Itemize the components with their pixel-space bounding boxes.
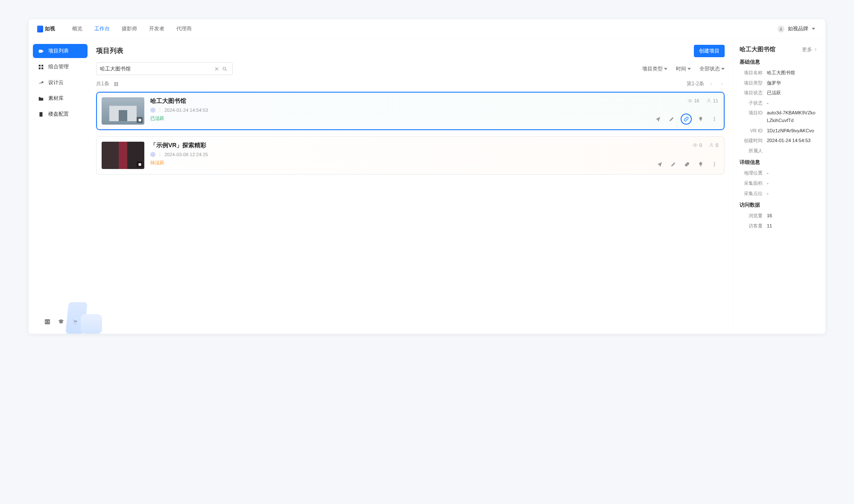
avatar-icon (778, 26, 784, 32)
filter-time[interactable]: 时间 (676, 65, 691, 73)
link-icon[interactable] (681, 114, 692, 125)
project-title: 哈工大图书馆 (150, 97, 719, 105)
main-header: 项目列表 创建项目 (96, 42, 733, 62)
card-body: 「示例VR」探索精彩 2024-03-08 12:24:25 待活跃 (150, 142, 719, 169)
vr-badge-icon (137, 161, 143, 167)
kv-row: 访客量11 (740, 222, 818, 230)
sidebar-item-projects[interactable]: 项目列表 (33, 44, 88, 58)
svg-point-28 (714, 163, 715, 163)
project-stats: 16 11 (687, 98, 719, 103)
sidebar-item-estate[interactable]: 楼盘配置 (33, 107, 88, 121)
svg-rect-10 (41, 114, 42, 114)
vr-dot-icon (150, 108, 155, 113)
filter-type[interactable]: 项目类型 (642, 65, 667, 73)
link-icon[interactable] (682, 160, 692, 169)
filter-group: 项目类型 时间 全部状态 (642, 65, 725, 73)
basic-info-rows: 项目名称哈工大图书馆 项目类型伽罗华 项目状态已活跃 子状态- 项目IDauto… (740, 69, 818, 154)
bulb-icon[interactable] (696, 114, 705, 124)
create-project-button[interactable]: 创建项目 (694, 45, 725, 57)
user-menu[interactable]: 如视品牌 (778, 25, 815, 32)
brand-icon (37, 26, 43, 32)
svg-rect-3 (41, 64, 43, 66)
kv-row: 采集面积- (740, 180, 818, 187)
section-title-detail: 详细信息 (740, 159, 818, 166)
more-icon[interactable] (710, 114, 719, 124)
svg-rect-18 (116, 84, 118, 86)
nav-agent[interactable]: 代理商 (176, 25, 192, 32)
code-icon[interactable] (44, 318, 51, 325)
project-card[interactable]: 哈工大图书馆 2024-01-24 14:54:53 已活跃 16 11 (96, 92, 725, 130)
more-link[interactable]: 更多 (802, 46, 818, 53)
list-meta-row: 共1条 第1-2条 (96, 79, 733, 92)
kv-row: 项目IDauto3d-7KBAMK9VZkoLZkihCuvfTd (740, 109, 818, 124)
edit-icon[interactable] (669, 160, 678, 169)
page-title: 项目列表 (96, 47, 123, 55)
svg-rect-2 (39, 64, 41, 66)
svg-point-14 (223, 67, 226, 70)
status-badge: 已活跃 (150, 115, 719, 122)
svg-point-20 (689, 100, 690, 102)
svg-rect-19 (138, 119, 141, 121)
kv-row: 地理位置- (740, 169, 818, 177)
sidebar-item-label: 组合管理 (48, 63, 69, 70)
svg-point-23 (714, 119, 715, 119)
sidebar-item-design[interactable]: 设计云 (33, 76, 88, 90)
sidebar-item-label: 楼盘配置 (48, 111, 69, 118)
cart-icon[interactable] (71, 318, 78, 325)
sidebar-item-assets[interactable]: 素材库 (33, 91, 88, 105)
grid-view-icon[interactable] (114, 82, 119, 87)
project-card[interactable]: 「示例VR」探索精彩 2024-03-08 12:24:25 待活跃 0 0 (96, 136, 725, 175)
sidebar: 项目列表 组合管理 设计云 素材库 楼盘配置 (29, 39, 92, 334)
section-title-basic: 基础信息 (740, 58, 818, 66)
chevron-down-icon (664, 68, 667, 70)
sidebar-item-label: 项目列表 (48, 47, 69, 55)
kv-row: 子状态- (740, 99, 818, 107)
pager-next[interactable] (719, 81, 725, 87)
edit-icon[interactable] (667, 114, 676, 124)
share-icon[interactable] (655, 160, 664, 169)
visitors-stat: 11 (706, 98, 718, 103)
vr-badge-icon (137, 117, 143, 123)
svg-rect-9 (40, 114, 41, 114)
nav-workspace[interactable]: 工作台 (94, 25, 110, 32)
nav-overview[interactable]: 概览 (72, 25, 82, 32)
folder-icon (38, 96, 44, 102)
kv-row: 项目状态已活跃 (740, 89, 818, 97)
svg-rect-17 (114, 84, 116, 86)
svg-rect-4 (39, 67, 41, 69)
kv-row: 浏览量16 (740, 212, 818, 220)
chevron-down-icon (687, 68, 691, 70)
brand-logo[interactable]: 如视 (37, 25, 55, 32)
detail-info-rows: 地理位置- 采集面积- 采集点位- (740, 169, 818, 197)
top-nav: 概览 工作台 摄影师 开发者 代理商 (72, 25, 192, 32)
project-title: 「示例VR」探索精彩 (150, 142, 719, 149)
nav-developer[interactable]: 开发者 (149, 25, 164, 32)
pager-prev[interactable] (708, 81, 714, 87)
sidebar-footer (33, 315, 88, 329)
svg-point-26 (694, 145, 696, 146)
nav-photographer[interactable]: 摄影师 (122, 25, 137, 32)
clear-icon[interactable] (213, 66, 221, 72)
search-box (96, 62, 233, 75)
vr-dot-icon (150, 152, 155, 157)
svg-rect-25 (138, 163, 141, 166)
more-icon[interactable] (710, 160, 719, 169)
svg-point-12 (74, 323, 75, 324)
search-input[interactable] (100, 66, 213, 72)
chevron-down-icon (812, 28, 815, 30)
svg-rect-15 (114, 82, 116, 84)
divider (160, 152, 160, 157)
filter-status[interactable]: 全部状态 (699, 65, 725, 73)
views-stat: 0 (693, 143, 702, 148)
search-icon[interactable] (221, 66, 229, 72)
share-icon[interactable] (653, 114, 663, 124)
education-icon[interactable] (58, 318, 64, 325)
project-actions (655, 160, 719, 169)
kv-row: VR ID1Dz1zNPAr9ivyAKCvo (740, 127, 818, 135)
details-title: 哈工大图书馆 (740, 46, 775, 53)
bulb-icon[interactable] (696, 160, 705, 169)
brand-text: 如视 (45, 25, 55, 32)
chevron-down-icon (721, 68, 725, 70)
pager: 第1-2条 (687, 80, 725, 87)
sidebar-item-groups[interactable]: 组合管理 (33, 60, 88, 74)
